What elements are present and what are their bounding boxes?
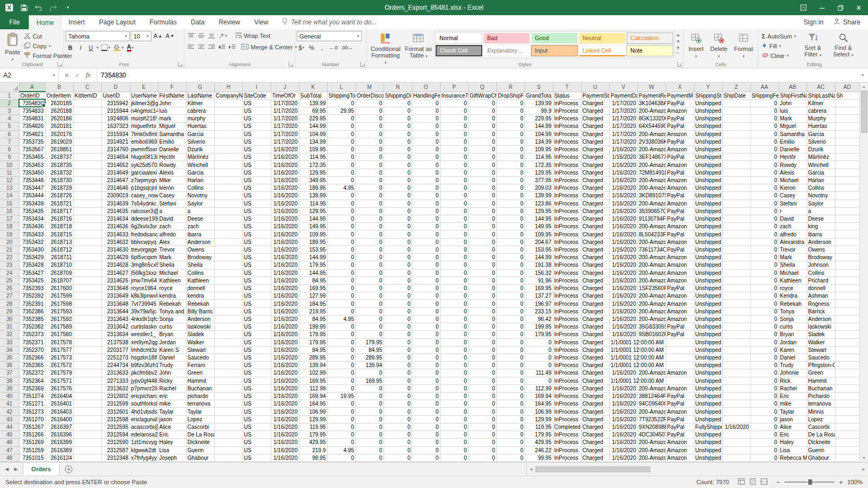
- col-header-I[interactable]: I: [242, 82, 271, 92]
- cell-Z29[interactable]: [722, 307, 750, 315]
- col-header-F[interactable]: F: [158, 82, 186, 92]
- cell-H1[interactable]: CompanyN: [214, 92, 242, 99]
- cell-V37[interactable]: 1/16/2020: [609, 369, 637, 377]
- cell-P32[interactable]: 0: [440, 331, 468, 338]
- row-header-38[interactable]: 38: [0, 377, 19, 384]
- cell-O13[interactable]: 0: [412, 184, 440, 192]
- cell-Q12[interactable]: 0: [468, 176, 496, 184]
- cell-W16[interactable]: 35390657C: [637, 207, 666, 215]
- cell-Z35[interactable]: [722, 354, 750, 361]
- cell-S32[interactable]: 179.95: [525, 331, 553, 338]
- cell-AB6[interactable]: Samantha: [778, 130, 807, 138]
- cell-AA44[interactable]: 0: [750, 423, 778, 431]
- cell-AA20[interactable]: 0: [750, 238, 778, 246]
- cell-S7[interactable]: 134.99: [525, 138, 553, 145]
- cell-N11[interactable]: 0: [384, 169, 412, 176]
- cell-F43[interactable]: jason: [158, 415, 186, 423]
- cell-AC27[interactable]: Ashman: [807, 292, 835, 300]
- cell-D48[interactable]: 2312348: [101, 454, 130, 461]
- cell-G4[interactable]: murphy: [186, 115, 214, 123]
- col-header-AB[interactable]: AB: [778, 82, 807, 92]
- cell-AA45[interactable]: 0: [750, 431, 778, 439]
- row-header-5[interactable]: 5: [0, 123, 19, 130]
- cell-T22[interactable]: InProcess: [553, 254, 581, 261]
- cell-F41[interactable]: mike: [158, 400, 186, 408]
- cell-AA35[interactable]: 0: [750, 354, 778, 361]
- cell-AB5[interactable]: Miguel: [778, 123, 807, 130]
- cell-S21[interactable]: 153.95: [525, 246, 553, 253]
- cell-M14[interactable]: 0: [355, 192, 384, 200]
- cell-E17[interactable]: ddeese199: [130, 215, 158, 223]
- cell-I25[interactable]: US: [242, 277, 271, 284]
- cell-Q29[interactable]: 0: [468, 307, 496, 315]
- cell-J41[interactable]: 1/16/2020: [271, 400, 299, 408]
- cell-L45[interactable]: 0: [327, 431, 355, 439]
- cell-Q27[interactable]: 0: [468, 292, 496, 300]
- cell-U15[interactable]: Charged: [581, 200, 609, 207]
- cell-W29[interactable]: 200-Amazo: [637, 307, 666, 315]
- cell-V15[interactable]: 1/16/2020: [609, 200, 637, 207]
- cell-G33[interactable]: Walker: [186, 338, 214, 346]
- cell-R26[interactable]: 0: [496, 284, 525, 292]
- cell-V28[interactable]: 1/16/2020: [609, 300, 637, 307]
- cell-E32[interactable]: wrestler1_: [130, 331, 158, 338]
- cell-I39[interactable]: US: [242, 384, 271, 392]
- cell-X2[interactable]: PayPal: [666, 99, 694, 107]
- cell-C18[interactable]: [73, 223, 101, 230]
- row-header-29[interactable]: 29: [0, 307, 19, 315]
- cell-U33[interactable]: Charged: [581, 338, 609, 346]
- cell-W31[interactable]: 35G83305S: [637, 323, 666, 331]
- cell-V18[interactable]: 1/16/2020: [609, 223, 637, 230]
- cell-B5[interactable]: 2620181: [45, 123, 73, 130]
- cell-Z43[interactable]: [722, 415, 750, 423]
- cell-AB26[interactable]: royce: [778, 284, 807, 292]
- cell-Z12[interactable]: [722, 176, 750, 184]
- cell-K8[interactable]: 109.95: [299, 146, 327, 153]
- cell-W10[interactable]: 200-Amazo: [637, 161, 666, 169]
- cell-AD13[interactable]: [835, 184, 859, 192]
- middle-align-button[interactable]: [196, 31, 206, 41]
- undo-icon[interactable]: [34, 3, 43, 12]
- cell-A4[interactable]: 7354831: [19, 115, 45, 123]
- cell-T42[interactable]: InProcess: [553, 408, 581, 415]
- cell-S11[interactable]: 129.95: [525, 169, 553, 176]
- cell-G36[interactable]: Ferraro: [186, 362, 214, 369]
- cell-AD38[interactable]: [835, 377, 859, 384]
- cell-Y28[interactable]: Unshipped: [694, 300, 722, 307]
- cell-N13[interactable]: 0: [384, 184, 412, 192]
- cell-L19[interactable]: 0: [327, 230, 355, 238]
- cell-L28[interactable]: 0: [327, 300, 355, 307]
- cell-F30[interactable]: Sonja: [158, 315, 186, 323]
- cell-Y23[interactable]: Unshipped: [694, 261, 722, 269]
- font-color-button[interactable]: A ▾: [126, 43, 135, 53]
- cell-U31[interactable]: Charged: [581, 323, 609, 331]
- cell-N37[interactable]: 0: [384, 369, 412, 377]
- cell-X20[interactable]: Amazon: [666, 238, 694, 246]
- cell-B22[interactable]: 2618711: [45, 254, 73, 261]
- cell-I15[interactable]: US: [242, 200, 271, 207]
- cell-N17[interactable]: 0: [384, 215, 412, 223]
- row-header-32[interactable]: 32: [0, 331, 19, 338]
- cell-C11[interactable]: [73, 169, 101, 176]
- cell-E40[interactable]: ericpicharc: [130, 393, 158, 400]
- cell-I20[interactable]: US: [242, 238, 271, 246]
- cell-N25[interactable]: 0: [384, 277, 412, 284]
- cell-O43[interactable]: 0: [412, 415, 440, 423]
- cell-C35[interactable]: [73, 354, 101, 361]
- cell-E45[interactable]: edelarosa2: [130, 431, 158, 439]
- cell-Q46[interactable]: 0: [468, 439, 496, 446]
- cell-P26[interactable]: 0: [440, 284, 468, 292]
- cell-L4[interactable]: 0: [327, 115, 355, 123]
- cell-A27[interactable]: 7352392: [19, 292, 45, 300]
- cell-O45[interactable]: 0: [412, 431, 440, 439]
- cell-Q48[interactable]: 0: [468, 454, 496, 461]
- cell-B19[interactable]: 2618715: [45, 230, 73, 238]
- cell-AB31[interactable]: curtis: [778, 323, 807, 331]
- cell-V47[interactable]: 1/16/2020: [609, 446, 637, 454]
- cell-Q21[interactable]: 0: [468, 246, 496, 253]
- cell-Z20[interactable]: [722, 238, 750, 246]
- cell-M18[interactable]: 0: [355, 223, 384, 230]
- cell-K7[interactable]: 134.99: [299, 138, 327, 145]
- cell-H2[interactable]: [214, 99, 242, 107]
- cell-G46[interactable]: Dickneite: [186, 439, 214, 446]
